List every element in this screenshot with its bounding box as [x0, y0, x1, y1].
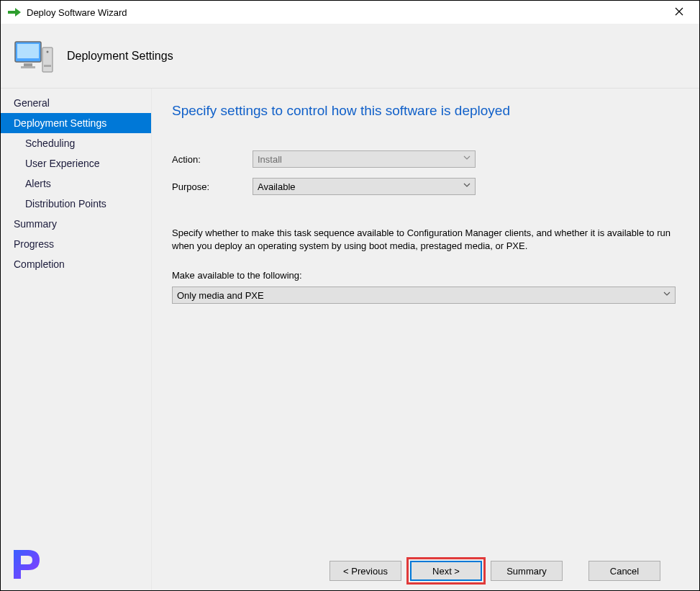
wizard-window: Deploy Software Wizard Deployment Settin… [0, 0, 700, 591]
sidebar-item-alerts[interactable]: Alerts [1, 173, 151, 194]
available-label: Make available to the following: [172, 270, 679, 281]
sidebar-item-general[interactable]: General [1, 93, 151, 113]
close-icon [675, 7, 683, 16]
available-dropdown[interactable]: Only media and PXE [172, 287, 676, 304]
page-title: Deployment Settings [67, 50, 173, 63]
sidebar-item-user-experience[interactable]: User Experience [1, 153, 151, 173]
arrow-right-icon [8, 7, 21, 17]
sidebar-item-scheduling[interactable]: Scheduling [1, 133, 151, 153]
purpose-value: Available [258, 181, 296, 192]
summary-button[interactable]: Summary [491, 561, 563, 581]
action-row: Action: Install [172, 150, 679, 168]
sidebar-item-progress[interactable]: Progress [1, 234, 151, 254]
content-area: Specify settings to control how this sof… [172, 103, 679, 551]
chevron-down-icon [663, 290, 671, 298]
action-dropdown: Install [253, 150, 476, 168]
wizard-body: General Deployment Settings Scheduling U… [1, 89, 699, 590]
purpose-dropdown[interactable]: Available [253, 178, 476, 195]
svg-rect-1 [17, 44, 39, 58]
brand-logo-icon [6, 544, 47, 585]
monitor-icon [14, 37, 54, 75]
next-button[interactable]: Next > [410, 561, 482, 581]
purpose-row: Purpose: Available [172, 178, 679, 195]
titlebar: Deploy Software Wizard [1, 1, 699, 24]
description-text: Specify whether to make this task sequen… [172, 227, 679, 253]
main-panel: Specify settings to control how this sof… [152, 89, 699, 590]
action-label: Action: [172, 154, 253, 165]
main-heading: Specify settings to control how this sof… [172, 103, 679, 119]
sidebar-item-completion[interactable]: Completion [1, 254, 151, 274]
svg-rect-3 [21, 66, 35, 68]
wizard-footer: < Previous Next > Summary Cancel [172, 551, 679, 590]
sidebar-item-summary[interactable]: Summary [1, 214, 151, 234]
svg-rect-6 [44, 65, 51, 67]
svg-point-5 [47, 50, 49, 53]
available-value: Only media and PXE [177, 290, 264, 301]
chevron-down-icon [463, 181, 471, 189]
wizard-header: Deployment Settings [1, 24, 699, 89]
sidebar: General Deployment Settings Scheduling U… [1, 89, 152, 590]
chevron-down-icon [463, 154, 471, 162]
previous-button[interactable]: < Previous [329, 561, 401, 581]
svg-rect-2 [24, 63, 32, 66]
sidebar-item-deployment-settings[interactable]: Deployment Settings [1, 113, 151, 133]
window-title: Deploy Software Wizard [27, 7, 665, 18]
sidebar-item-distribution-points[interactable]: Distribution Points [1, 194, 151, 214]
cancel-button[interactable]: Cancel [588, 561, 660, 581]
close-button[interactable] [665, 6, 694, 18]
purpose-label: Purpose: [172, 181, 253, 192]
action-value: Install [258, 154, 282, 165]
